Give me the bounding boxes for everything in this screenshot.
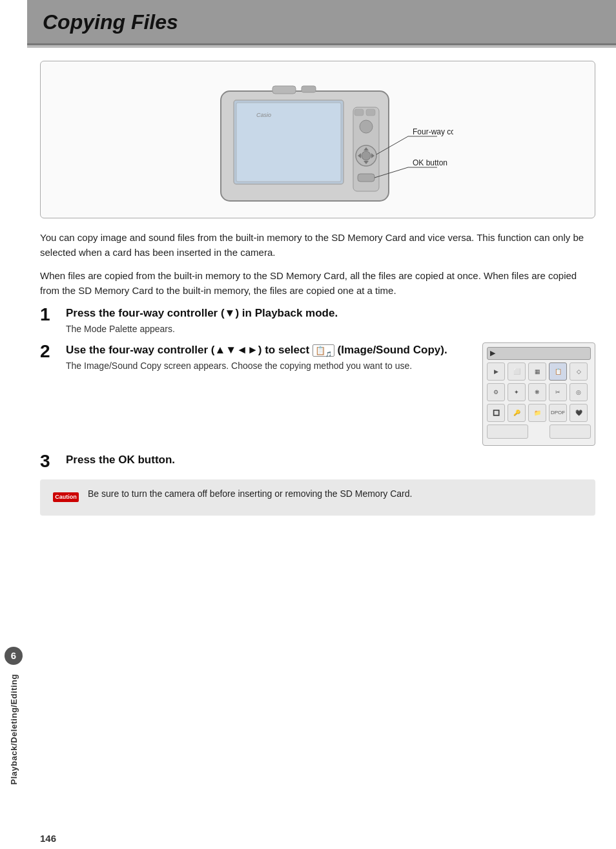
sidebar: 6 Playback/Deleting/Editing [0, 0, 27, 849]
palette-cell: DPOF [549, 404, 567, 422]
step-1-desc: The Mode Palette appears. [66, 322, 595, 336]
intro-paragraph-2: When files are copied from the built-in … [40, 268, 595, 299]
palette-cell-wide [487, 424, 528, 439]
palette-cell: ✂ [549, 383, 567, 401]
palette-cell: ▦ [528, 362, 546, 381]
palette-cell-wide-2 [549, 424, 591, 439]
mode-palette-box: ▶ ▶ ⬜ ▦ 📋 ◇ ⚙ ✦ [482, 342, 595, 446]
step-2-content: Use the four-way controller (▲▼◄►) to se… [66, 342, 595, 446]
palette-row-1: ▶ ⬜ ▦ 📋 ◇ [487, 362, 591, 381]
svg-rect-14 [354, 109, 364, 116]
svg-point-6 [360, 120, 373, 133]
palette-cell: ❋ [528, 383, 546, 401]
svg-text:Casio: Casio [256, 112, 271, 118]
palette-cell: 📁 [528, 404, 546, 422]
step-3-title: Press the OK button. [66, 452, 595, 468]
step-1: 1 Press the four-way controller (▼) in P… [40, 306, 595, 336]
content-area: Four-way controller OK button Casio You … [27, 45, 616, 828]
step-2-text: Use the four-way controller (▲▼◄►) to se… [66, 342, 475, 373]
svg-rect-3 [272, 86, 296, 94]
page-title: Copying Files [43, 10, 601, 34]
svg-rect-15 [366, 109, 375, 116]
palette-cell-highlight: 📋 [549, 362, 567, 381]
palette-cell: ◎ [570, 383, 588, 401]
palette-cell: 🔲 [487, 404, 505, 422]
palette-cell: ✦ [508, 383, 526, 401]
step-2-title: Use the four-way controller (▲▼◄►) to se… [66, 342, 475, 358]
main-content: Copying Files [27, 0, 616, 849]
palette-row-2: ⚙ ✦ ❋ ✂ ◎ [487, 383, 591, 401]
step-2-number: 2 [40, 342, 58, 361]
palette-top-bar: ▶ [487, 347, 591, 360]
step-2-inner: Use the four-way controller (▲▼◄►) to se… [66, 342, 595, 446]
svg-text:OK button: OK button [413, 158, 447, 167]
palette-cell: 🖤 [570, 404, 588, 422]
palette-cell: ◇ [570, 362, 588, 381]
step-2-desc: The Image/Sound Copy screen appears. Cho… [66, 359, 475, 373]
chapter-label: Playback/Deleting/Editing [9, 674, 19, 784]
svg-rect-13 [358, 174, 375, 182]
palette-row-3: 🔲 🔑 📁 DPOF 🖤 [487, 404, 591, 422]
camera-image-box: Four-way controller OK button Casio [40, 61, 595, 218]
caution-text: Be sure to turn the camera off before in… [88, 487, 412, 501]
step-3-number: 3 [40, 452, 58, 470]
svg-point-8 [362, 151, 371, 160]
page-number: 146 [40, 833, 56, 844]
step-1-number: 1 [40, 306, 58, 324]
palette-cell: ⬜ [508, 362, 526, 381]
step-3-content: Press the OK button. [66, 452, 595, 469]
intro-paragraph-1: You can copy image and sound files from … [40, 230, 595, 260]
chapter-number: 6 [5, 647, 23, 665]
step-2: 2 Use the four-way controller (▲▼◄►) to … [40, 342, 595, 446]
step-1-title: Press the four-way controller (▼) in Pla… [66, 306, 595, 321]
svg-rect-4 [302, 86, 316, 92]
page-header: Copying Files [27, 0, 616, 45]
camera-illustration: Four-way controller OK button Casio [182, 72, 453, 207]
svg-rect-2 [236, 103, 341, 182]
step-3: 3 Press the OK button. [40, 452, 595, 470]
palette-cell: ⚙ [487, 383, 505, 401]
palette-cell: 🔑 [508, 404, 526, 422]
step-1-content: Press the four-way controller (▼) in Pla… [66, 306, 595, 336]
svg-text:Four-way controller: Four-way controller [413, 127, 453, 136]
caution-icon: Caution [50, 487, 81, 508]
palette-row-4 [487, 424, 591, 439]
page-number-area: 146 [27, 828, 616, 849]
caution-box: Caution Be sure to turn the camera off b… [40, 479, 595, 516]
caution-label: Caution [53, 492, 79, 502]
palette-cell: ▶ [487, 362, 505, 381]
